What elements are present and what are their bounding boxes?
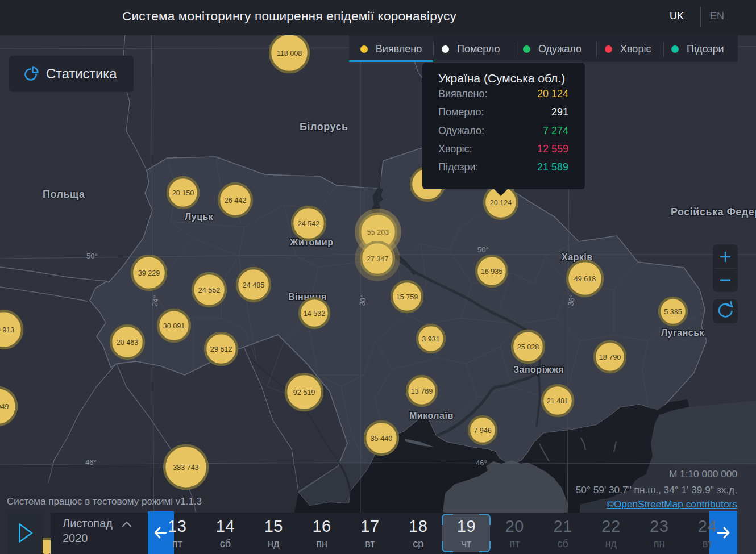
svg-text:50°: 50° (477, 245, 489, 254)
svg-text:Запоріжжя: Запоріжжя (513, 365, 564, 374)
svg-text:26 949: 26 949 (0, 403, 9, 411)
svg-text:35 440: 35 440 (371, 435, 393, 443)
svg-text:13 769: 13 769 (411, 388, 433, 395)
svg-text:3 931: 3 931 (422, 335, 440, 343)
svg-text:49 913: 49 913 (0, 326, 14, 334)
svg-text:20 150: 20 150 (172, 189, 194, 197)
svg-text:46°: 46° (85, 458, 97, 466)
svg-text:118 008: 118 008 (277, 49, 302, 57)
svg-text:46°: 46° (476, 459, 487, 467)
svg-text:24 485: 24 485 (243, 281, 265, 289)
svg-text:Луцьк: Луцьк (185, 212, 214, 222)
svg-text:25 028: 25 028 (517, 343, 539, 351)
svg-text:14 532: 14 532 (304, 310, 326, 318)
svg-text:92 519: 92 519 (293, 389, 315, 397)
svg-text:Білорусь: Білорусь (300, 121, 348, 132)
svg-text:24 542: 24 542 (298, 220, 320, 228)
svg-text:18 790: 18 790 (599, 353, 621, 361)
svg-text:39 229: 39 229 (138, 269, 160, 277)
svg-text:Польща: Польща (43, 189, 85, 200)
svg-text:15 759: 15 759 (396, 293, 418, 301)
svg-text:30 091: 30 091 (163, 322, 185, 330)
svg-text:Російська Федерація: Російська Федерація (671, 206, 756, 218)
svg-text:383 743: 383 743 (173, 464, 199, 472)
svg-text:7 946: 7 946 (473, 427, 492, 435)
svg-text:29 612: 29 612 (210, 345, 232, 353)
svg-text:26 442: 26 442 (225, 197, 247, 205)
svg-text:Луганськ: Луганськ (661, 328, 705, 338)
svg-text:5 385: 5 385 (664, 308, 682, 316)
svg-text:50°: 50° (86, 252, 98, 260)
svg-text:16 935: 16 935 (481, 268, 503, 276)
svg-text:20 463: 20 463 (117, 339, 139, 347)
svg-text:Миколаїв: Миколаїв (409, 411, 454, 420)
svg-text:24 552: 24 552 (198, 286, 221, 294)
svg-text:49 618: 49 618 (574, 275, 596, 283)
svg-text:20 124: 20 124 (490, 199, 512, 207)
svg-text:21 481: 21 481 (547, 397, 569, 405)
